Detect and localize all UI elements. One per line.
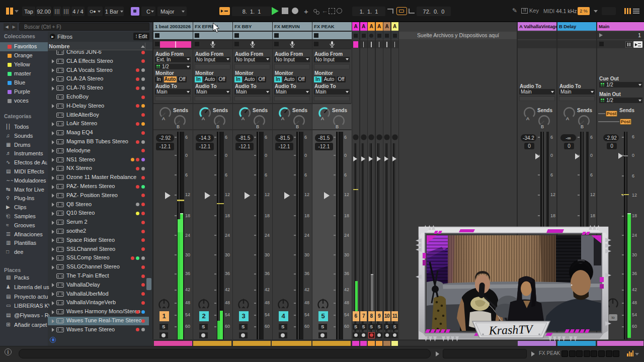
svg-text:KrashTV: KrashTV [488,322,534,337]
